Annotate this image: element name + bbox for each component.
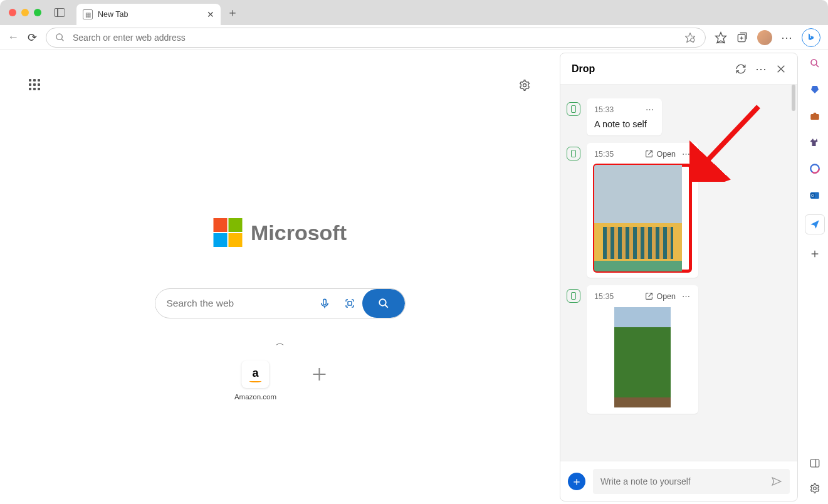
favorites-icon[interactable]: [715, 31, 727, 44]
quicklink-amazon[interactable]: a Amazon.com: [234, 360, 276, 401]
add-quicklink-button[interactable]: [313, 360, 325, 381]
svg-point-30: [814, 487, 817, 490]
drop-message: 15:33 ⋯ A note to self: [567, 98, 791, 135]
open-attachment-button[interactable]: Open: [645, 150, 676, 159]
svg-marker-4: [716, 32, 726, 43]
collections-icon[interactable]: [736, 31, 748, 44]
search-button[interactable]: [362, 289, 405, 318]
profile-avatar[interactable]: [757, 30, 772, 45]
sidebar-office-icon[interactable]: [808, 162, 822, 176]
address-input[interactable]: [73, 33, 676, 43]
window-titlebar: ▦ New Tab ✕ ＋: [0, 0, 828, 25]
traffic-lights[interactable]: [9, 9, 41, 16]
compose-input[interactable]: [600, 476, 771, 486]
search-icon: [55, 33, 65, 43]
message-time: 15:35: [594, 150, 614, 159]
bing-chat-icon[interactable]: [802, 28, 820, 47]
compose-box[interactable]: [593, 469, 790, 494]
new-tab-page: Microsoft ︿ a Amazon.com: [0, 50, 560, 504]
svg-line-14: [385, 305, 388, 308]
sidebar-add-icon[interactable]: [808, 247, 822, 261]
scrollbar-thumb[interactable]: [792, 85, 795, 111]
drop-panel: Drop ⋯ 15:33 ⋯ A note to self: [560, 53, 798, 501]
svg-rect-12: [348, 302, 352, 305]
svg-point-3: [691, 38, 694, 41]
svg-line-18: [816, 65, 819, 67]
message-time: 15:33: [594, 105, 614, 114]
microsoft-logo: Microsoft: [213, 218, 347, 247]
new-tab-button[interactable]: ＋: [227, 5, 238, 20]
svg-point-17: [811, 60, 817, 65]
message-more-icon[interactable]: ⋯: [682, 291, 691, 301]
svg-rect-19: [810, 114, 819, 120]
sidebar-settings-icon[interactable]: [808, 481, 822, 495]
voice-search-icon[interactable]: [312, 298, 337, 309]
close-window-icon[interactable]: [9, 9, 16, 16]
sidebar-tools-icon[interactable]: [808, 109, 822, 123]
browser-toolbar: ← ⟳ ⋯: [0, 25, 828, 50]
app-launcher-icon[interactable]: [29, 79, 40, 90]
send-icon[interactable]: [771, 476, 782, 487]
attachment-image[interactable]: [594, 307, 691, 407]
sidebar-drop-icon[interactable]: [805, 214, 825, 234]
sidebar-search-icon[interactable]: [808, 56, 822, 70]
message-bubble[interactable]: 15:33 ⋯ A note to self: [587, 98, 662, 135]
maximize-window-icon[interactable]: [34, 9, 41, 16]
message-more-icon[interactable]: ⋯: [682, 149, 691, 159]
page-settings-icon[interactable]: [518, 79, 531, 92]
svg-point-0: [56, 34, 62, 39]
reload-button[interactable]: ⟳: [28, 31, 37, 45]
attachment-image-highlighted[interactable]: [594, 165, 691, 271]
web-search-box[interactable]: [155, 288, 406, 318]
microsoft-logo-icon: [213, 218, 242, 247]
edge-sidebar: O: [802, 50, 828, 504]
message-bubble[interactable]: 15:35 Open ⋯: [587, 143, 698, 278]
drop-message: 15:35 Open ⋯: [567, 285, 791, 414]
svg-rect-10: [323, 299, 326, 305]
image-search-icon[interactable]: [337, 298, 362, 309]
plus-icon: [313, 368, 325, 381]
tab-favicon: ▦: [83, 9, 93, 19]
close-panel-icon[interactable]: [776, 64, 786, 74]
message-time: 15:35: [594, 292, 614, 301]
sidebar-shopping-icon[interactable]: [808, 83, 822, 97]
sidebar-collapse-icon[interactable]: [808, 456, 822, 470]
drop-composer: ＋: [560, 461, 797, 501]
tab-title: New Tab: [98, 10, 202, 19]
address-bar[interactable]: [46, 28, 706, 48]
sidebar-toggle-icon[interactable]: [54, 8, 65, 17]
quick-links: a Amazon.com: [234, 360, 325, 401]
drop-title: Drop: [572, 63, 726, 75]
message-text: A note to self: [594, 119, 654, 129]
add-attachment-button[interactable]: ＋: [568, 473, 585, 490]
drop-message-list[interactable]: 15:33 ⋯ A note to self 15:35 Open: [560, 85, 797, 461]
open-attachment-button[interactable]: Open: [645, 292, 676, 301]
close-tab-icon[interactable]: ✕: [207, 9, 214, 19]
svg-point-9: [523, 84, 527, 87]
svg-rect-28: [810, 459, 819, 467]
device-phone-icon: [567, 289, 580, 303]
quicklink-label: Amazon.com: [234, 393, 276, 401]
svg-line-1: [61, 39, 63, 41]
microsoft-wordmark: Microsoft: [251, 221, 347, 245]
drop-more-icon[interactable]: ⋯: [755, 62, 767, 76]
svg-rect-20: [814, 113, 817, 115]
collapse-quicklinks-icon[interactable]: ︿: [276, 337, 285, 349]
svg-text:O: O: [811, 194, 814, 197]
device-phone-icon: [567, 147, 580, 160]
drop-header: Drop ⋯: [560, 53, 797, 85]
message-bubble[interactable]: 15:35 Open ⋯: [587, 285, 698, 414]
drop-message: 15:35 Open ⋯: [567, 143, 791, 278]
browser-tab[interactable]: ▦ New Tab ✕: [76, 4, 221, 25]
web-search-input[interactable]: [155, 298, 312, 309]
amazon-icon: a: [241, 360, 269, 388]
sidebar-outlook-icon[interactable]: O: [808, 188, 822, 202]
more-menu-icon[interactable]: ⋯: [781, 31, 793, 45]
back-button[interactable]: ←: [8, 31, 19, 44]
minimize-window-icon[interactable]: [21, 9, 29, 16]
read-aloud-icon[interactable]: [684, 31, 696, 44]
sidebar-games-icon[interactable]: [808, 135, 822, 149]
sync-icon[interactable]: [735, 63, 747, 75]
message-more-icon[interactable]: ⋯: [646, 105, 654, 114]
device-phone-icon: [567, 102, 580, 116]
